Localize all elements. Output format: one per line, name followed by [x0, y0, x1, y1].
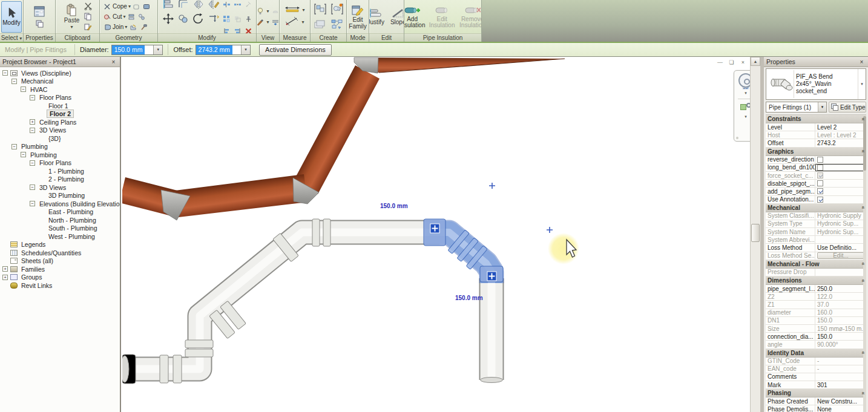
- property-value[interactable]: Hydronic Sup...: [815, 220, 866, 227]
- cut-to-clipboard-button[interactable]: [84, 2, 93, 11]
- section-header-phasing[interactable]: Phasing«: [766, 389, 866, 397]
- collapse-section-icon[interactable]: «: [860, 279, 866, 282]
- join-button[interactable]: Join▾: [102, 22, 148, 32]
- collapse-icon[interactable]: −: [21, 87, 26, 92]
- property-value[interactable]: 301: [815, 381, 866, 388]
- property-value[interactable]: 2743.2: [815, 139, 866, 146]
- edit-insulation-button[interactable]: Edit Insulation: [428, 4, 456, 30]
- property-value[interactable]: [815, 172, 866, 179]
- edit-family-button[interactable]: Edit Family: [347, 3, 368, 31]
- tree-item-south-plumbing[interactable]: South - Plumbing: [0, 224, 120, 233]
- tree-item-plumbing[interactable]: −Plumbing: [0, 143, 120, 151]
- property-value[interactable]: -: [815, 358, 866, 365]
- unjoin-hammer-icon[interactable]: [139, 22, 148, 31]
- select-panel-label[interactable]: Select ▾: [0, 33, 23, 42]
- property-row-system-type[interactable]: System TypeHydronic Sup...: [766, 220, 866, 228]
- checkbox-checked[interactable]: [817, 197, 823, 203]
- close-icon[interactable]: ×: [110, 59, 117, 65]
- collapse-icon[interactable]: −: [30, 185, 35, 190]
- tree-item-2-plumbing[interactable]: 2 - Plumbing: [0, 175, 120, 184]
- property-value[interactable]: New Constru...: [815, 397, 866, 405]
- add-insulation-button[interactable]: Add Insulation: [404, 4, 426, 30]
- measure-between-refs-button[interactable]: [284, 6, 300, 14]
- chevron-down-icon[interactable]: ▾: [858, 69, 866, 99]
- align-left-button[interactable]: [222, 27, 231, 33]
- property-row-mark[interactable]: Mark301: [766, 381, 866, 389]
- property-value[interactable]: 122.0: [815, 293, 866, 300]
- collapse-section-icon[interactable]: «: [860, 117, 866, 120]
- property-value[interactable]: 150 mmø-150 m...: [815, 325, 866, 332]
- dimension-label-bottom[interactable]: 150.0 mm: [455, 295, 483, 301]
- array-button[interactable]: [222, 15, 231, 24]
- canvas-vertical-scrollbar[interactable]: ▲: [750, 57, 760, 412]
- property-row-pressure-drop[interactable]: Pressure Drop: [766, 269, 866, 276]
- tree-item-groups[interactable]: +Groups: [0, 273, 120, 282]
- mirror-pick-axis-button[interactable]: [192, 0, 205, 11]
- property-value[interactable]: [815, 164, 866, 171]
- tree-item-ceiling-plans[interactable]: +Ceiling Plans: [0, 118, 120, 126]
- mirror-draw-axis-button[interactable]: [207, 0, 220, 11]
- property-row-system-abbrevi[interactable]: System Abbrevi...: [766, 236, 866, 244]
- tree-item-3d-views[interactable]: −3D Views: [0, 126, 120, 135]
- chevron-down-icon[interactable]: ▾: [745, 114, 747, 119]
- orange-pipe[interactable]: [122, 57, 565, 220]
- tree-item-3d-views[interactable]: −3D Views: [0, 183, 120, 192]
- property-row-angle[interactable]: angle90.000°: [766, 341, 866, 348]
- property-row-long-bend-dn100[interactable]: long_bend_dn100: [766, 164, 866, 172]
- property-value[interactable]: Level : Level 2: [815, 131, 866, 139]
- chevron-down-icon[interactable]: ▾: [818, 102, 826, 112]
- demolish-icon[interactable]: [142, 2, 151, 11]
- close-icon[interactable]: ×: [739, 59, 747, 65]
- tree-item-1-plumbing[interactable]: 1 - Plumbing: [0, 167, 120, 175]
- tree-item-schedules-quantities[interactable]: Schedules/Quantities: [0, 249, 120, 257]
- collapse-section-icon[interactable]: «: [860, 206, 866, 209]
- property-row-host[interactable]: HostLevel : Level 2: [766, 131, 866, 139]
- align-button[interactable]: [162, 0, 175, 11]
- tree-item-plumbing[interactable]: −Plumbing: [0, 151, 120, 159]
- property-value[interactable]: [815, 156, 866, 163]
- diameter-combo[interactable]: 150.0 mm ▾: [111, 45, 163, 55]
- move-button[interactable]: [162, 12, 175, 25]
- property-row-comments[interactable]: Comments: [766, 373, 866, 381]
- property-value[interactable]: [815, 269, 866, 276]
- property-row-phase-demolis[interactable]: Phase Demolis...None: [766, 405, 866, 412]
- match-type-properties-button[interactable]: [84, 22, 93, 31]
- delete-button[interactable]: [244, 27, 253, 33]
- property-row-offset[interactable]: Offset2743.2: [766, 139, 866, 147]
- property-value[interactable]: Edit...: [815, 252, 866, 260]
- checkbox-unchecked[interactable]: [817, 165, 823, 171]
- property-row-add-pipe-segm[interactable]: add_pipe_segm...: [766, 188, 866, 195]
- property-value[interactable]: [815, 180, 866, 187]
- offset-button[interactable]: [177, 0, 190, 11]
- properties-palette-button[interactable]: [33, 5, 46, 18]
- tree-item-legends[interactable]: Legends: [0, 241, 120, 249]
- scrollbar-thumb[interactable]: [751, 224, 760, 242]
- property-row-disable-spigot[interactable]: disable_spigot_...: [766, 180, 866, 188]
- property-row-force-socket-c[interactable]: force_socket_c...: [766, 172, 866, 180]
- property-row-loss-method[interactable]: Loss MethodUse Definitio...: [766, 244, 866, 252]
- property-row-dn1[interactable]: DN1150.0: [766, 317, 866, 325]
- justify-button[interactable]: Justify: [369, 7, 386, 27]
- section-header-graphics[interactable]: Graphics«: [766, 148, 866, 156]
- property-value[interactable]: -: [815, 365, 866, 373]
- tree-item-floor-2[interactable]: Floor 2: [0, 110, 120, 119]
- remove-insulation-button[interactable]: Remove Insulation: [458, 4, 481, 30]
- checkbox-checked[interactable]: [817, 188, 823, 194]
- tree-item-floor-plans[interactable]: −Floor Plans: [0, 94, 120, 102]
- linework-brush-button[interactable]: [257, 18, 265, 27]
- property-value[interactable]: Hydronic Supply: [815, 212, 866, 220]
- restore-icon[interactable]: ❏: [728, 59, 735, 65]
- property-row-system-classifi[interactable]: System Classifi...Hydronic Supply: [766, 212, 866, 220]
- collapse-icon[interactable]: −: [30, 128, 35, 133]
- checkbox-unchecked[interactable]: [817, 157, 823, 163]
- property-row-diameter[interactable]: diameter160.0: [766, 309, 866, 317]
- tree-item-floor-plans[interactable]: −Floor Plans: [0, 159, 120, 168]
- dimension-label-top[interactable]: 150.0 mm: [380, 203, 408, 209]
- edit-button[interactable]: Edit...: [817, 252, 864, 259]
- element-filter-combo[interactable]: Pipe Fittings (1) ▾: [766, 102, 827, 113]
- beam-join-icon[interactable]: [128, 22, 137, 31]
- property-row-level[interactable]: LevelLevel 2: [766, 123, 866, 131]
- minimize-icon[interactable]: —: [716, 59, 724, 65]
- collapse-section-icon[interactable]: «: [860, 150, 866, 153]
- tree-item-east-plumbing[interactable]: East - Plumbing: [0, 208, 120, 217]
